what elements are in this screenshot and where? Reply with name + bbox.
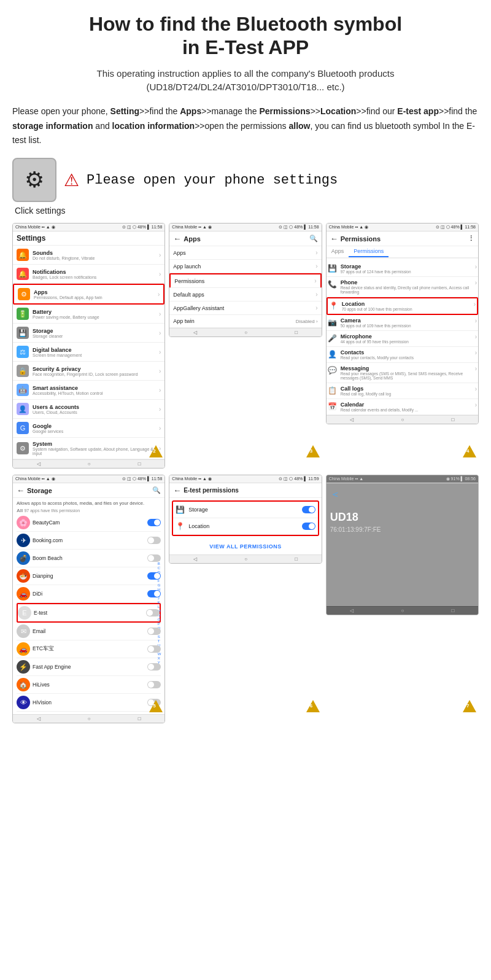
app-icon: 🏠 xyxy=(17,678,30,691)
badge-5: 5 xyxy=(149,700,163,715)
perm-sub: Read call log, Modify call log xyxy=(341,392,471,396)
phone-screen-3: China Mobile ▪▪ ▲ ◉ ⊙ ◫ ⬡ 48% ▌ 11:58 ← … xyxy=(169,223,322,469)
phone-screen-2: China Mobile ▪▪ ▲ ◉ ⊙ ◫ ⬡ 48% ▌ 11:58 Se… xyxy=(12,223,165,469)
storage-app-item: 🍜 Dianping xyxy=(17,567,161,585)
chevron-icon: › xyxy=(315,263,317,270)
app-icon: ✈ xyxy=(17,534,30,547)
apps-list-item: Permissions› xyxy=(169,273,321,288)
perm-title: Microphone xyxy=(341,333,471,340)
chevron-icon: › xyxy=(475,386,477,392)
storage-app-item: 👁 HiVision xyxy=(17,694,161,712)
app-icon: 🌸 xyxy=(17,516,30,529)
chevron-icon: › xyxy=(159,387,161,394)
chevron-icon: › xyxy=(474,301,476,308)
settings-item-icon: 👤 xyxy=(17,403,29,415)
perm-sub: Read your messages (SMS or MMS), Send SM… xyxy=(341,371,471,380)
perm-sub: 70 apps out of 100 have this permission xyxy=(342,307,470,311)
chevron-icon: › xyxy=(475,365,477,372)
badge-6: 6 xyxy=(306,700,320,715)
perm-item: 📅 Calendar Read calendar events and deta… xyxy=(327,399,478,415)
chevron-icon: › xyxy=(315,305,317,311)
settings-item: G Google Google services › xyxy=(13,419,164,438)
perm-icon: 👤 xyxy=(328,350,337,359)
perm-icon: 📍 xyxy=(329,301,338,310)
screen6-title: ← E-test permissions xyxy=(169,483,321,498)
app-toggle xyxy=(147,519,161,526)
storage-app-item: E E-test xyxy=(17,603,161,623)
app-name: DiDi xyxy=(33,591,145,597)
perm-title: Storage xyxy=(341,263,471,270)
settings-item: ⚖ Digital balance Screen time management… xyxy=(13,343,164,362)
perm-title: Camera xyxy=(341,317,471,324)
app-name: Boom Beach xyxy=(33,555,145,561)
app-icon: 🚗 xyxy=(17,587,30,601)
settings-item-sub: Screen time management xyxy=(33,353,155,357)
settings-item-title: Storage xyxy=(33,328,155,334)
settings-item-title: Security & privacy xyxy=(33,366,155,372)
perm-icon: 📷 xyxy=(328,318,337,327)
chevron-icon: › xyxy=(315,249,317,256)
settings-item-title: Google xyxy=(33,423,155,429)
apps-list-item: AppGallery Assistant› xyxy=(169,301,321,315)
phone-header-6: China Mobile ▪▪ ▲ ◉ ⊙ ◫ ⬡ 48% ▌ 11:59 xyxy=(169,475,321,483)
perm-sub: 44 apps out of 95 have this permission xyxy=(341,340,471,344)
app-icon: ⚡ xyxy=(17,660,30,674)
settings-item-icon: 💾 xyxy=(17,327,29,339)
warning-icon: ⚠ xyxy=(64,170,79,190)
etest-perm-toggle xyxy=(302,506,315,513)
storage-app-item: 💣 Boom Beach xyxy=(17,550,161,567)
app-toggle xyxy=(146,609,160,616)
perm-title: Location xyxy=(342,301,470,307)
perm-icon: 🎤 xyxy=(328,334,337,343)
settings-item-sub: Storage cleaner xyxy=(33,334,155,338)
chevron-icon: › xyxy=(475,317,477,324)
storage-app-item: ✈ Booking.com xyxy=(17,532,161,550)
phone-header-2: China Mobile ▪▪ ▲ ◉ ⊙ ◫ ⬡ 48% ▌ 11:58 xyxy=(13,224,164,231)
app-toggle xyxy=(147,537,161,544)
perm-item: 📞 Phone Read device status and identity,… xyxy=(327,277,478,297)
etest-perm-item: 💾 Storage xyxy=(173,502,317,518)
chevron-icon: › xyxy=(159,349,161,356)
settings-item-sub: Accessibility, HiTouch, Motion control xyxy=(33,391,155,395)
settings-item-title: Battery xyxy=(33,309,155,315)
perm-item: 💾 Storage 97 apps out of 124 have this p… xyxy=(327,261,478,277)
etest-perm-icon: 💾 xyxy=(176,505,185,514)
app-icon: 💣 xyxy=(17,551,30,565)
perm-item: 📷 Camera 50 apps out of 109 have this pe… xyxy=(327,315,478,331)
ud18-back-arrow: ＜ xyxy=(330,488,474,501)
settings-item-title: Apps xyxy=(34,289,154,295)
page-title: How to find the Bluetooth symbol in E-Te… xyxy=(12,12,479,60)
perm-item: 📍 Location 70 apps out of 100 have this … xyxy=(327,297,478,315)
etest-perm-icon: 📍 xyxy=(176,522,185,531)
settings-item-title: Users & accounts xyxy=(33,404,155,410)
app-name: Fast App Engine xyxy=(33,664,145,670)
settings-item-icon: 🔒 xyxy=(17,365,29,377)
phone-screen-4: China Mobile ▪▪ ▲ ◉ ⊙ ◫ ⬡ 48% ▌ 11:58 ← … xyxy=(326,223,479,469)
screen4-title: ← Permissions ⋮ xyxy=(327,231,478,246)
ud18-mac-address: 76:01:13:99:7F:FE xyxy=(330,526,474,533)
phone-header-4: China Mobile ▪▪ ▲ ◉ ⊙ ◫ ⬡ 48% ▌ 11:58 xyxy=(327,224,478,231)
apps-list-item: Default apps› xyxy=(169,288,321,301)
app-name: E-test xyxy=(34,610,144,616)
badge-4: 4 xyxy=(463,445,476,460)
app-name: ETC车宝 xyxy=(33,645,145,653)
settings-item-sub: Power saving mode, Battery usage xyxy=(33,315,155,319)
chevron-icon: › xyxy=(159,330,161,336)
settings-item-sub: Face recognition, Fingerprint ID, Lock s… xyxy=(33,372,155,376)
etest-perm-toggle xyxy=(302,523,315,530)
chevron-icon: › xyxy=(159,368,161,375)
perm-tabs: Apps Permissions xyxy=(327,246,478,259)
click-settings-label: Click settings xyxy=(15,206,479,216)
settings-item-title: System xyxy=(33,441,155,447)
step1-title: Please open your phone settings xyxy=(87,173,338,188)
storage-app-item: 🏠 HiLives xyxy=(17,676,161,694)
perm-title: Calendar xyxy=(341,402,471,408)
badge-7: 7 xyxy=(463,700,476,715)
perm-item: 💬 Messaging Read your messages (SMS or M… xyxy=(327,363,478,383)
chevron-icon: › xyxy=(475,349,477,356)
perm-icon: 💬 xyxy=(328,366,337,375)
settings-item-icon: ⚙ xyxy=(18,288,30,300)
app-toggle xyxy=(147,590,161,597)
perm-sub: Read calendar events and details, Modify… xyxy=(341,408,471,412)
storage-app-item: 🚗 DiDi xyxy=(17,585,161,603)
